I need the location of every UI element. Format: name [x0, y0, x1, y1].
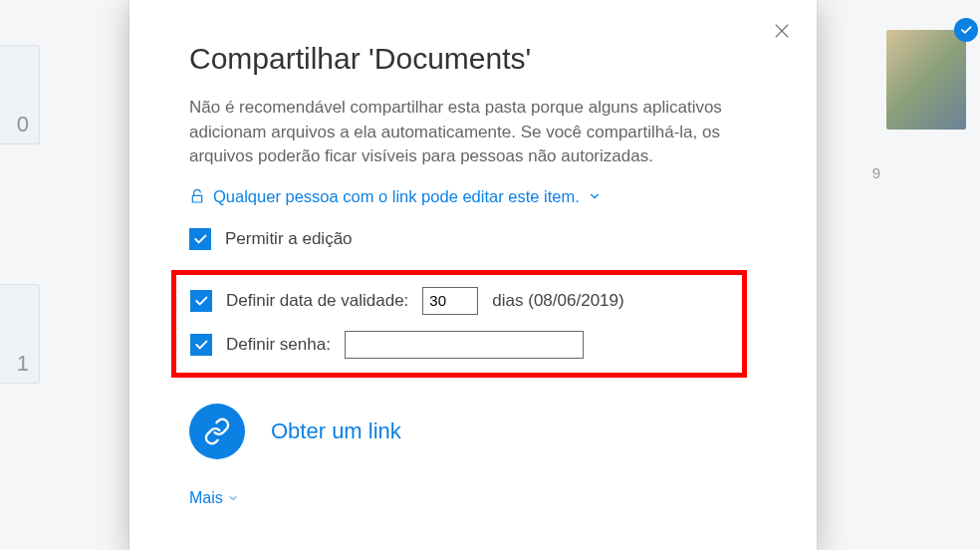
selected-thumbnail[interactable]	[886, 30, 966, 130]
set-password-label: Definir senha:	[226, 335, 331, 355]
allow-editing-label: Permitir a edição	[225, 229, 353, 249]
password-input[interactable]	[345, 331, 584, 359]
thumbnail-meta: 9	[872, 164, 880, 181]
chevron-down-icon	[588, 189, 602, 203]
link-icon	[203, 417, 231, 445]
unlock-icon	[189, 188, 205, 204]
folder-sublabel: de 2017	[0, 169, 40, 185]
folder-icon: 1	[0, 284, 40, 384]
folder-item[interactable]: 1 res de 2011	[0, 284, 40, 424]
folder-label: e email	[0, 152, 40, 169]
check-icon	[193, 337, 209, 353]
folder-count: 1	[17, 351, 29, 377]
allow-editing-row: Permitir a edição	[189, 228, 775, 250]
folder-item[interactable]: 0 e email de 2017	[0, 45, 40, 185]
check-icon	[192, 231, 208, 247]
set-expiry-row: Definir data de validade: dias (08/06/20…	[190, 287, 728, 315]
set-password-row: Definir senha:	[190, 331, 728, 359]
allow-editing-checkbox[interactable]	[189, 228, 211, 250]
get-link-label: Obter um link	[271, 418, 401, 444]
dialog-title: Compartilhar 'Documents'	[189, 42, 775, 76]
get-link-button[interactable]: Obter um link	[189, 404, 775, 459]
link-icon-circle	[189, 404, 245, 459]
folder-count: 0	[17, 112, 29, 138]
selected-check-icon	[954, 18, 978, 42]
set-expiry-checkbox[interactable]	[190, 290, 212, 312]
highlight-annotation: Definir data de validade: dias (08/06/20…	[171, 270, 747, 378]
share-dialog: Compartilhar 'Documents' Não é recomendá…	[129, 0, 817, 550]
set-password-checkbox[interactable]	[190, 334, 212, 356]
warning-text: Não é recomendável compartilhar esta pas…	[189, 96, 747, 169]
check-icon	[193, 293, 209, 309]
folder-sublabel: de 2011	[0, 409, 40, 424]
expiry-days-input[interactable]	[422, 287, 478, 315]
folder-label: res	[0, 392, 40, 409]
more-label: Mais	[189, 489, 223, 507]
permission-selector[interactable]: Qualquer pessoa com o link pode editar e…	[189, 187, 775, 206]
close-button[interactable]	[767, 16, 797, 46]
set-expiry-label: Definir data de validade:	[226, 291, 408, 311]
more-button[interactable]: Mais	[189, 489, 775, 507]
expiry-suffix: dias (08/06/2019)	[492, 291, 623, 311]
permission-text: Qualquer pessoa com o link pode editar e…	[213, 187, 580, 206]
chevron-down-icon	[227, 492, 239, 504]
folder-icon: 0	[0, 45, 40, 144]
